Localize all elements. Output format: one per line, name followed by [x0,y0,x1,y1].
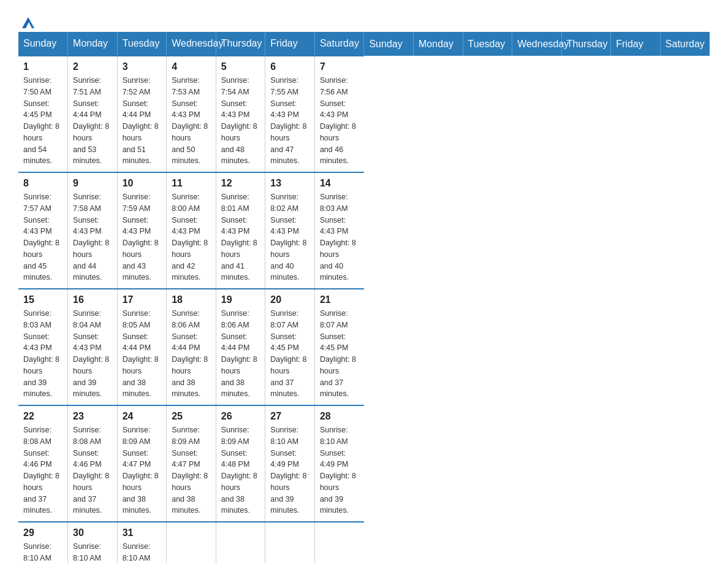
calendar-cell [314,522,364,563]
day-info: Sunrise: 8:09 AMSunset: 4:48 PMDaylight:… [221,424,260,516]
day-number: 19 [221,294,260,305]
day-info: Sunrise: 8:09 AMSunset: 4:47 PMDaylight:… [172,424,211,516]
day-number: 10 [123,178,162,189]
day-info: Sunrise: 8:06 AMSunset: 4:44 PMDaylight:… [172,308,211,400]
day-number: 20 [270,294,309,305]
calendar-cell: 6Sunrise: 7:55 AMSunset: 4:43 PMDaylight… [265,56,315,172]
day-info: Sunrise: 8:10 AMSunset: 4:50 PMDaylight:… [23,541,63,563]
day-info: Sunrise: 8:04 AMSunset: 4:43 PMDaylight:… [73,308,112,400]
day-info: Sunrise: 7:52 AMSunset: 4:44 PMDaylight:… [123,75,162,167]
day-number: 15 [23,294,63,305]
day-number: 27 [270,411,309,422]
day-number: 25 [172,411,211,422]
calendar-cell: 7Sunrise: 7:56 AMSunset: 4:43 PMDaylight… [314,56,364,172]
day-info: Sunrise: 8:03 AMSunset: 4:43 PMDaylight:… [23,308,63,400]
day-info: Sunrise: 7:50 AMSunset: 4:45 PMDaylight:… [23,75,63,167]
day-number: 16 [73,294,112,305]
day-info: Sunrise: 8:02 AMSunset: 4:43 PMDaylight:… [270,191,309,283]
calendar-cell: 9Sunrise: 7:58 AMSunset: 4:43 PMDaylight… [68,172,118,289]
calendar-header-row: SundayMondayTuesdayWednesdayThursdayFrid… [18,32,710,56]
day-info: Sunrise: 8:08 AMSunset: 4:46 PMDaylight:… [73,424,112,516]
calendar-cell: 24Sunrise: 8:09 AMSunset: 4:47 PMDayligh… [117,405,167,522]
header-tuesday: Tuesday [117,32,167,56]
header-day-wednesday: Wednesday [512,32,562,56]
calendar-cell: 23Sunrise: 8:08 AMSunset: 4:46 PMDayligh… [68,405,118,522]
header-day-saturday: Saturday [660,32,710,56]
day-number: 21 [320,294,359,305]
day-info: Sunrise: 8:10 AMSunset: 4:51 PMDaylight:… [73,541,112,563]
day-info: Sunrise: 7:55 AMSunset: 4:43 PMDaylight:… [270,75,309,167]
day-info: Sunrise: 7:53 AMSunset: 4:43 PMDaylight:… [172,75,211,167]
header-friday: Friday [265,32,315,56]
day-info: Sunrise: 7:59 AMSunset: 4:43 PMDaylight:… [123,191,162,283]
day-number: 31 [123,527,162,538]
day-number: 2 [73,61,112,72]
calendar-cell: 10Sunrise: 7:59 AMSunset: 4:43 PMDayligh… [117,172,167,289]
day-info: Sunrise: 8:05 AMSunset: 4:44 PMDaylight:… [123,308,162,400]
day-number: 6 [270,61,309,72]
calendar-cell: 20Sunrise: 8:07 AMSunset: 4:45 PMDayligh… [265,289,315,405]
header-day-tuesday: Tuesday [463,32,512,56]
calendar-cell: 8Sunrise: 7:57 AMSunset: 4:43 PMDaylight… [18,172,68,289]
calendar-cell: 29Sunrise: 8:10 AMSunset: 4:50 PMDayligh… [18,522,68,563]
calendar-table: SundayMondayTuesdayWednesdayThursdayFrid… [18,32,710,563]
day-info: Sunrise: 8:06 AMSunset: 4:44 PMDaylight:… [221,308,260,400]
day-info: Sunrise: 7:54 AMSunset: 4:43 PMDaylight:… [221,75,260,167]
header-day-thursday: Thursday [561,32,611,56]
calendar-cell: 14Sunrise: 8:03 AMSunset: 4:43 PMDayligh… [314,172,364,289]
logo [18,12,37,26]
day-info: Sunrise: 8:10 AMSunset: 4:49 PMDaylight:… [320,424,359,516]
calendar-cell: 21Sunrise: 8:07 AMSunset: 4:45 PMDayligh… [314,289,364,405]
day-number: 5 [221,61,260,72]
calendar-cell [167,522,216,563]
header-wednesday: Wednesday [167,32,216,56]
day-number: 9 [73,178,112,189]
calendar-cell: 17Sunrise: 8:05 AMSunset: 4:44 PMDayligh… [117,289,167,405]
calendar-week-row: 29Sunrise: 8:10 AMSunset: 4:50 PMDayligh… [18,522,710,563]
day-info: Sunrise: 7:57 AMSunset: 4:43 PMDaylight:… [23,191,63,283]
calendar-cell: 3Sunrise: 7:52 AMSunset: 4:44 PMDaylight… [117,56,167,172]
day-number: 14 [320,178,359,189]
day-number: 11 [172,178,211,189]
header-saturday: Saturday [314,32,364,56]
header-day-friday: Friday [611,32,661,56]
calendar-cell: 16Sunrise: 8:04 AMSunset: 4:43 PMDayligh… [68,289,118,405]
day-info: Sunrise: 8:08 AMSunset: 4:46 PMDaylight:… [23,424,63,516]
day-info: Sunrise: 7:58 AMSunset: 4:43 PMDaylight:… [73,191,112,283]
calendar-week-row: 1Sunrise: 7:50 AMSunset: 4:45 PMDaylight… [18,56,710,172]
calendar-cell: 4Sunrise: 7:53 AMSunset: 4:43 PMDaylight… [167,56,216,172]
calendar-cell: 5Sunrise: 7:54 AMSunset: 4:43 PMDaylight… [216,56,265,172]
day-info: Sunrise: 8:07 AMSunset: 4:45 PMDaylight:… [320,308,359,400]
day-number: 7 [320,61,359,72]
header-sunday: Sunday [18,32,68,56]
calendar-cell: 28Sunrise: 8:10 AMSunset: 4:49 PMDayligh… [314,405,364,522]
calendar-cell [265,522,315,563]
day-number: 4 [172,61,211,72]
day-number: 18 [172,294,211,305]
calendar-cell: 30Sunrise: 8:10 AMSunset: 4:51 PMDayligh… [68,522,118,563]
calendar-week-row: 8Sunrise: 7:57 AMSunset: 4:43 PMDaylight… [18,172,710,289]
calendar-cell: 26Sunrise: 8:09 AMSunset: 4:48 PMDayligh… [216,405,265,522]
day-number: 28 [320,411,359,422]
calendar-cell: 15Sunrise: 8:03 AMSunset: 4:43 PMDayligh… [18,289,68,405]
day-number: 12 [221,178,260,189]
calendar-cell [216,522,265,563]
day-number: 23 [73,411,112,422]
calendar-cell: 1Sunrise: 7:50 AMSunset: 4:45 PMDaylight… [18,56,68,172]
day-number: 26 [221,411,260,422]
calendar-cell: 27Sunrise: 8:10 AMSunset: 4:49 PMDayligh… [265,405,315,522]
day-info: Sunrise: 8:00 AMSunset: 4:43 PMDaylight:… [172,191,211,283]
day-number: 8 [23,178,63,189]
calendar-cell: 12Sunrise: 8:01 AMSunset: 4:43 PMDayligh… [216,172,265,289]
day-info: Sunrise: 8:09 AMSunset: 4:47 PMDaylight:… [123,424,162,516]
day-number: 3 [123,61,162,72]
header-monday: Monday [68,32,118,56]
day-number: 1 [23,61,63,72]
calendar-cell: 19Sunrise: 8:06 AMSunset: 4:44 PMDayligh… [216,289,265,405]
day-info: Sunrise: 8:10 AMSunset: 4:52 PMDaylight:… [123,541,162,563]
calendar-week-row: 15Sunrise: 8:03 AMSunset: 4:43 PMDayligh… [18,289,710,405]
calendar-cell: 2Sunrise: 7:51 AMSunset: 4:44 PMDaylight… [68,56,118,172]
calendar-cell: 18Sunrise: 8:06 AMSunset: 4:44 PMDayligh… [167,289,216,405]
day-info: Sunrise: 8:07 AMSunset: 4:45 PMDaylight:… [270,308,309,400]
logo-icon [20,13,37,31]
